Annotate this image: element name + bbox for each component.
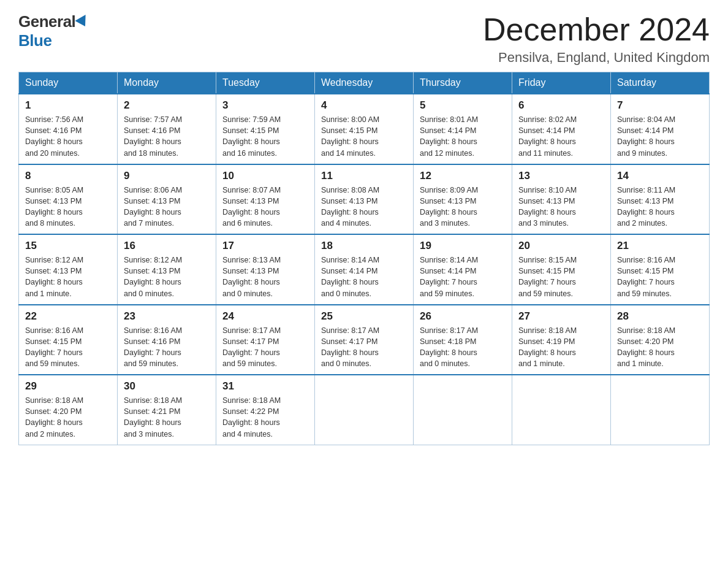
calendar-cell: 30Sunrise: 8:18 AMSunset: 4:21 PMDayligh… [118,375,216,445]
day-number: 18 [321,240,407,252]
calendar-cell: 24Sunrise: 8:17 AMSunset: 4:17 PMDayligh… [216,305,315,375]
title-section: December 2024 Pensilva, England, United … [483,12,710,66]
day-info: Sunrise: 8:16 AMSunset: 4:15 PMDaylight:… [25,325,111,370]
calendar-cell: 16Sunrise: 8:12 AMSunset: 4:13 PMDayligh… [118,234,216,305]
day-info: Sunrise: 8:17 AMSunset: 4:17 PMDaylight:… [321,325,407,370]
day-info: Sunrise: 8:14 AMSunset: 4:14 PMDaylight:… [321,255,407,299]
calendar-cell: 15Sunrise: 8:12 AMSunset: 4:13 PMDayligh… [19,234,118,305]
day-info: Sunrise: 8:00 AMSunset: 4:15 PMDaylight:… [321,114,407,159]
day-number: 8 [25,170,111,182]
header-tuesday: Tuesday [216,72,315,94]
day-info: Sunrise: 7:57 AMSunset: 4:16 PMDaylight:… [124,114,210,159]
calendar-cell: 23Sunrise: 8:16 AMSunset: 4:16 PMDayligh… [118,305,216,375]
calendar-cell: 6Sunrise: 8:02 AMSunset: 4:14 PMDaylight… [512,94,611,164]
day-number: 4 [321,99,407,112]
day-info: Sunrise: 8:18 AMSunset: 4:19 PMDaylight:… [518,325,604,370]
calendar-cell: 20Sunrise: 8:15 AMSunset: 4:15 PMDayligh… [512,234,611,305]
calendar-cell [512,375,611,445]
calendar-cell: 18Sunrise: 8:14 AMSunset: 4:14 PMDayligh… [315,234,414,305]
day-number: 15 [25,240,111,252]
calendar-cell: 14Sunrise: 8:11 AMSunset: 4:13 PMDayligh… [611,164,710,235]
calendar-table: SundayMondayTuesdayWednesdayThursdayFrid… [18,72,710,445]
location-title: Pensilva, England, United Kingdom [483,50,710,66]
day-number: 21 [617,240,703,252]
day-info: Sunrise: 7:59 AMSunset: 4:15 PMDaylight:… [222,114,308,159]
day-number: 12 [420,170,506,182]
calendar-week-row: 15Sunrise: 8:12 AMSunset: 4:13 PMDayligh… [19,234,710,305]
day-number: 17 [222,240,308,252]
calendar-cell: 31Sunrise: 8:18 AMSunset: 4:22 PMDayligh… [216,375,315,445]
calendar-cell: 11Sunrise: 8:08 AMSunset: 4:13 PMDayligh… [315,164,414,235]
day-number: 6 [518,99,604,112]
calendar-week-row: 22Sunrise: 8:16 AMSunset: 4:15 PMDayligh… [19,305,710,375]
day-info: Sunrise: 8:18 AMSunset: 4:22 PMDaylight:… [222,395,308,440]
calendar-cell: 12Sunrise: 8:09 AMSunset: 4:13 PMDayligh… [414,164,512,235]
day-info: Sunrise: 8:13 AMSunset: 4:13 PMDaylight:… [222,255,308,299]
day-number: 11 [321,170,407,182]
calendar-cell: 27Sunrise: 8:18 AMSunset: 4:19 PMDayligh… [512,305,611,375]
day-number: 30 [124,380,210,393]
header-sunday: Sunday [19,72,118,94]
day-info: Sunrise: 8:15 AMSunset: 4:15 PMDaylight:… [518,255,604,299]
day-info: Sunrise: 8:18 AMSunset: 4:20 PMDaylight:… [25,395,111,440]
calendar-cell: 22Sunrise: 8:16 AMSunset: 4:15 PMDayligh… [19,305,118,375]
day-number: 14 [617,170,703,182]
day-info: Sunrise: 8:12 AMSunset: 4:13 PMDaylight:… [25,255,111,299]
calendar-cell: 26Sunrise: 8:17 AMSunset: 4:18 PMDayligh… [414,305,512,375]
logo-general-text: General [18,12,75,31]
day-info: Sunrise: 8:08 AMSunset: 4:13 PMDaylight:… [321,185,407,229]
day-info: Sunrise: 8:16 AMSunset: 4:16 PMDaylight:… [124,325,210,370]
calendar-cell: 10Sunrise: 8:07 AMSunset: 4:13 PMDayligh… [216,164,315,235]
day-info: Sunrise: 8:17 AMSunset: 4:18 PMDaylight:… [420,325,506,370]
day-number: 23 [124,310,210,323]
calendar-cell: 9Sunrise: 8:06 AMSunset: 4:13 PMDaylight… [118,164,216,235]
day-number: 3 [222,99,308,112]
day-number: 26 [420,310,506,323]
calendar-cell: 8Sunrise: 8:05 AMSunset: 4:13 PMDaylight… [19,164,118,235]
day-number: 9 [124,170,210,182]
calendar-cell: 19Sunrise: 8:14 AMSunset: 4:14 PMDayligh… [414,234,512,305]
day-info: Sunrise: 7:56 AMSunset: 4:16 PMDaylight:… [25,114,111,159]
day-info: Sunrise: 8:06 AMSunset: 4:13 PMDaylight:… [124,185,210,229]
calendar-cell [611,375,710,445]
logo-blue-text: Blue [18,31,51,50]
day-info: Sunrise: 8:11 AMSunset: 4:13 PMDaylight:… [617,185,703,229]
day-info: Sunrise: 8:18 AMSunset: 4:20 PMDaylight:… [617,325,703,370]
calendar-cell: 29Sunrise: 8:18 AMSunset: 4:20 PMDayligh… [19,375,118,445]
day-info: Sunrise: 8:18 AMSunset: 4:21 PMDaylight:… [124,395,210,440]
header-friday: Friday [512,72,611,94]
calendar-cell: 25Sunrise: 8:17 AMSunset: 4:17 PMDayligh… [315,305,414,375]
calendar-cell: 3Sunrise: 7:59 AMSunset: 4:15 PMDaylight… [216,94,315,164]
day-number: 27 [518,310,604,323]
calendar-week-row: 1Sunrise: 7:56 AMSunset: 4:16 PMDaylight… [19,94,710,164]
header-wednesday: Wednesday [315,72,414,94]
day-number: 13 [518,170,604,182]
header-monday: Monday [118,72,216,94]
calendar-cell [315,375,414,445]
logo-triangle-icon [75,15,91,29]
header-thursday: Thursday [414,72,512,94]
calendar-header-row: SundayMondayTuesdayWednesdayThursdayFrid… [19,72,710,94]
calendar-cell: 4Sunrise: 8:00 AMSunset: 4:15 PMDaylight… [315,94,414,164]
day-info: Sunrise: 8:04 AMSunset: 4:14 PMDaylight:… [617,114,703,159]
calendar-cell [414,375,512,445]
day-info: Sunrise: 8:17 AMSunset: 4:17 PMDaylight:… [222,325,308,370]
calendar-cell: 2Sunrise: 7:57 AMSunset: 4:16 PMDaylight… [118,94,216,164]
calendar-cell: 1Sunrise: 7:56 AMSunset: 4:16 PMDaylight… [19,94,118,164]
calendar-cell: 28Sunrise: 8:18 AMSunset: 4:20 PMDayligh… [611,305,710,375]
day-number: 10 [222,170,308,182]
day-number: 20 [518,240,604,252]
day-info: Sunrise: 8:12 AMSunset: 4:13 PMDaylight:… [124,255,210,299]
page-header: General Blue December 2024 Pensilva, Eng… [18,12,710,66]
calendar-cell: 17Sunrise: 8:13 AMSunset: 4:13 PMDayligh… [216,234,315,305]
day-info: Sunrise: 8:14 AMSunset: 4:14 PMDaylight:… [420,255,506,299]
day-number: 24 [222,310,308,323]
day-number: 1 [25,99,111,112]
day-number: 28 [617,310,703,323]
calendar-cell: 21Sunrise: 8:16 AMSunset: 4:15 PMDayligh… [611,234,710,305]
day-number: 31 [222,380,308,393]
header-saturday: Saturday [611,72,710,94]
calendar-cell: 5Sunrise: 8:01 AMSunset: 4:14 PMDaylight… [414,94,512,164]
day-number: 29 [25,380,111,393]
day-number: 16 [124,240,210,252]
